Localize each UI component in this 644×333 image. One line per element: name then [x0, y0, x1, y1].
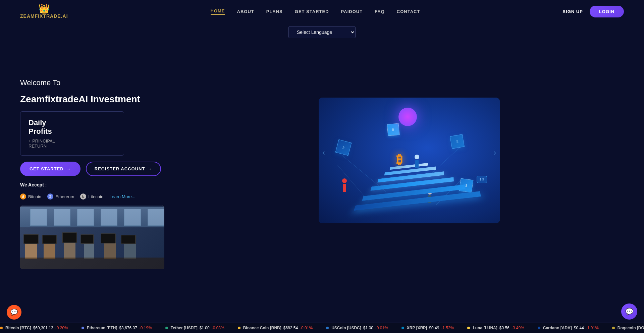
nav-paidout[interactable]: PAIDOUT	[341, 9, 363, 14]
doge-name: Dogecoin [DOGE]	[618, 326, 644, 330]
chat-icon-left: 💬	[10, 309, 18, 316]
we-accept-label: We Accept :	[20, 182, 181, 187]
btc-change: -0.20%	[55, 326, 68, 330]
xrp-dot	[401, 327, 404, 329]
nav-plans[interactable]: PLANS	[266, 9, 283, 14]
eth-change: -0.19%	[139, 326, 152, 330]
cube-node-2: Ξ	[450, 134, 465, 149]
ada-price: $0.44	[574, 326, 584, 330]
office-image	[20, 206, 164, 269]
nav-faq[interactable]: FAQ	[375, 9, 385, 14]
eth-dot	[82, 327, 84, 329]
info-profits: Profits	[29, 127, 116, 136]
arrow-right-icon-2: →	[148, 166, 152, 171]
cube-node-4: ₿	[387, 123, 400, 136]
site-title: ZeamfixtradeAI Investment	[20, 93, 181, 105]
info-return: RETURN	[29, 144, 116, 149]
bnb-price: $682.54	[283, 326, 298, 330]
crypto-bitcoin: ₿ Bitcoin	[20, 193, 41, 200]
usc-price: $1.00	[363, 326, 373, 330]
main-content: Welcome To ZeamfixtradeAI Investment Dai…	[0, 38, 644, 276]
ticker-item-usdt: Tether [USDT] $1.00 -0.03%	[165, 326, 224, 330]
nav-about[interactable]: ABOUT	[237, 9, 254, 14]
btc-name: Bitcoin [BTC]	[5, 326, 31, 330]
cta-buttons: GET STARTED → REGISTER ACCOUNT →	[20, 162, 181, 176]
ticker-item-xrp: XRP [XRP] $0.49 -1.52%	[401, 326, 454, 330]
person-red	[342, 178, 347, 192]
ada-dot	[538, 327, 540, 329]
nav-home[interactable]: HOME	[211, 8, 225, 15]
info-principal: + PRINCIPAL	[29, 138, 116, 144]
ticker-item-ada: Cardano [ADA] $0.44 -1.91%	[538, 326, 599, 330]
register-button[interactable]: REGISTER ACCOUNT →	[86, 162, 161, 176]
btc-price: $69,301.13	[33, 326, 53, 330]
welcome-label: Welcome To	[20, 78, 181, 87]
ada-name: Cardano [ADA]	[543, 326, 572, 330]
nav-get-started[interactable]: GET STARTED	[295, 9, 329, 14]
navbar: 👑 ZEAMFIXTRADE.AI HOME ABOUT PLANS GET S…	[0, 0, 644, 23]
usdt-change: -0.03%	[212, 326, 224, 330]
language-select-wrapper: Select LanguageEnglishSpanishFrenchGerma…	[0, 26, 644, 38]
ada-change: -1.91%	[586, 326, 599, 330]
btc-dot	[0, 327, 3, 329]
usc-name: USCoin [USDC]	[331, 326, 361, 330]
eth-price: $3,676.07	[119, 326, 137, 330]
luna-change: -3.49%	[512, 326, 524, 330]
logo-text: ZEAMFIXTRADE.AI	[20, 13, 68, 19]
luna-dot	[467, 327, 470, 329]
nav-links: HOME ABOUT PLANS GET STARTED PAIDOUT FAQ…	[211, 8, 420, 15]
bnb-change: -0.01%	[300, 326, 313, 330]
bitcoin-icon: ₿	[20, 193, 26, 200]
ticker-item-doge: Dogecoin [DOGE] $0.38 -0.78%	[612, 326, 644, 330]
usdt-dot	[165, 327, 168, 329]
right-arrow-indicator: ›	[493, 148, 496, 157]
usdt-price: $1.00	[200, 326, 210, 330]
litecoin-label: Litecoin	[88, 194, 103, 199]
arrow-right-icon: →	[66, 166, 71, 171]
nav-actions: SIGN UP LOGIN	[562, 6, 624, 17]
get-started-button[interactable]: GET STARTED →	[20, 162, 80, 176]
left-arrow-indicator: ‹	[322, 148, 325, 157]
bitcoin-symbol: ₿	[396, 153, 402, 167]
ethereum-label: Ethereum	[55, 194, 74, 199]
ethereum-icon: Ξ	[47, 193, 53, 200]
crypto-ethereum: Ξ Ethereum	[47, 193, 74, 200]
chat-icon-right: 💬	[625, 308, 634, 316]
nav-contact[interactable]: CONTACT	[397, 9, 420, 14]
info-daily: Daily	[29, 118, 116, 127]
signup-button[interactable]: SIGN UP	[562, 9, 583, 14]
left-panel: Welcome To ZeamfixtradeAI Investment Dai…	[20, 52, 181, 269]
ticker-item-luna: Luna [LUNA] $0.56 -3.49%	[467, 326, 524, 330]
xrp-change: -1.52%	[441, 326, 454, 330]
info-box: Daily Profits + PRINCIPAL RETURN	[20, 111, 124, 156]
usdt-name: Tether [USDT]	[171, 326, 198, 330]
luna-price: $0.56	[499, 326, 509, 330]
floating-card-1: $ S	[477, 176, 487, 183]
learn-more-link[interactable]: Learn More...	[109, 194, 135, 199]
eth-name: Ethereum [ETH]	[87, 326, 117, 330]
glowing-orb	[398, 108, 417, 126]
bitcoin-label: Bitcoin	[28, 194, 41, 199]
usc-change: -0.01%	[375, 326, 388, 330]
login-button[interactable]: LOGIN	[590, 6, 624, 17]
xrp-name: XRP [XRP]	[407, 326, 427, 330]
chat-button-right[interactable]: 💬	[621, 303, 637, 320]
ticker-item-bnb: Binance Coin [BNB] $682.54 -0.01%	[238, 326, 313, 330]
usc-dot	[326, 327, 329, 329]
person-blue	[415, 155, 419, 168]
logo[interactable]: 👑 ZEAMFIXTRADE.AI	[20, 4, 68, 19]
chat-button-left[interactable]: 💬	[7, 305, 21, 320]
xrp-price: $0.49	[429, 326, 439, 330]
language-select[interactable]: Select LanguageEnglishSpanishFrenchGerma…	[288, 26, 356, 38]
ticker-item-usc: USCoin [USDC] $1.00 -0.01%	[326, 326, 388, 330]
ticker-bar: Bitcoin [BTC] $69,301.13 -0.20% Ethereum…	[0, 323, 644, 333]
doge-dot	[612, 327, 615, 329]
logo-crown-icon: 👑	[38, 4, 50, 13]
ticker-inner: Bitcoin [BTC] $69,301.13 -0.20% Ethereum…	[0, 326, 644, 330]
hero-image: ₿ $ S	[319, 98, 500, 223]
ticker-item-btc: Bitcoin [BTC] $69,301.13 -0.20%	[0, 326, 68, 330]
crypto-list: ₿ Bitcoin Ξ Ethereum Ł Litecoin Learn Mo…	[20, 193, 181, 200]
bnb-dot	[238, 327, 240, 329]
bnb-name: Binance Coin [BNB]	[243, 326, 281, 330]
ticker-item-eth: Ethereum [ETH] $3,676.07 -0.19%	[82, 326, 152, 330]
